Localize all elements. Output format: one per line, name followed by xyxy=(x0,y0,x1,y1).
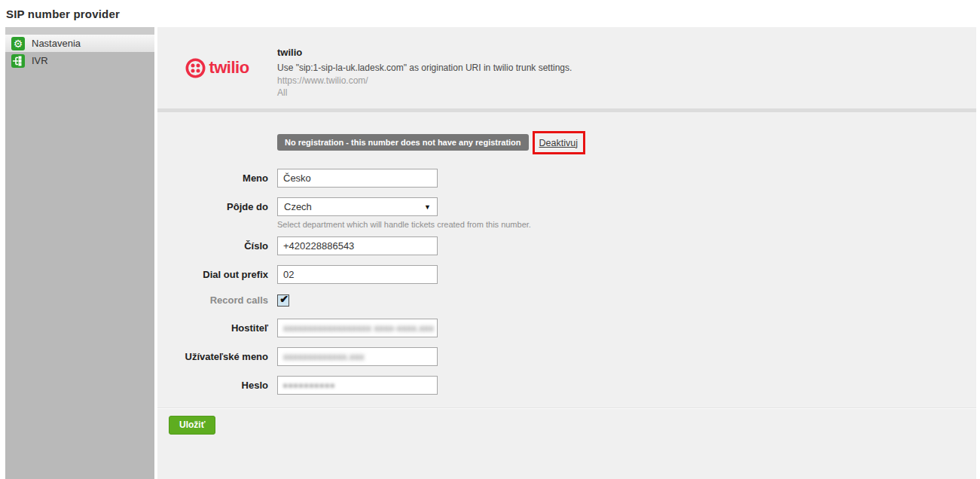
provider-logo-column: twilio xyxy=(157,47,277,99)
deactivate-link[interactable]: Deaktivuj xyxy=(539,138,578,148)
field-label-hostitel: Hostiteľ xyxy=(157,319,277,337)
dial-out-prefix-input[interactable] xyxy=(277,265,438,284)
field-label-meno: Meno xyxy=(157,169,277,188)
chevron-down-icon: ▼ xyxy=(424,203,431,211)
heslo-input[interactable]: ●●●●●●●●●● xyxy=(277,376,438,395)
deactivate-highlight-box: Deaktivuj xyxy=(533,131,585,154)
provider-description: Use "sip:1-sip-la-uk.ladesk.com" as orig… xyxy=(277,62,572,74)
heslo-masked-value: ●●●●●●●●●● xyxy=(283,382,335,389)
provider-header: twilio twilio Use "sip:1-sip-la-uk.lades… xyxy=(157,27,976,99)
field-label-uzivatelske-meno: Užívateľské meno xyxy=(157,347,277,366)
record-calls-checkbox[interactable]: ✔ xyxy=(277,294,289,307)
field-label-cislo: Číslo xyxy=(157,236,277,255)
registration-status-badge: No registration - this number does not h… xyxy=(277,134,529,151)
form-row-record-calls: Record calls ✔ xyxy=(157,294,976,307)
field-label-dial-out-prefix: Dial out prefix xyxy=(157,265,277,284)
hostitel-input[interactable]: xxxxxxxxxxxxxxxxxx xxxx-xxxx.xxx xyxy=(277,319,438,337)
cislo-input[interactable] xyxy=(277,236,438,255)
page-title: SIP number provider xyxy=(6,8,120,20)
form-footer: Uložiť xyxy=(157,407,976,435)
registration-status-row: No registration - this number does not h… xyxy=(277,132,976,153)
provider-name: twilio xyxy=(277,47,572,59)
save-button[interactable]: Uložiť xyxy=(169,416,215,435)
provider-info: twilio Use "sip:1-sip-la-uk.ladesk.com" … xyxy=(277,47,572,99)
form-row-uzivatelske-meno: Užívateľské meno xxxxxxxxxxxxx.xxx xyxy=(157,347,976,366)
form-row-hostitel: Hostiteľ xxxxxxxxxxxxxxxxxx xxxx-xxxx.xx… xyxy=(157,319,976,337)
section-divider xyxy=(157,108,976,112)
form-row-dial-out-prefix: Dial out prefix xyxy=(157,265,976,284)
ivr-tree-icon xyxy=(11,54,25,68)
form-row-meno: Meno xyxy=(157,169,976,188)
form-row-pojde-do: Pôjde do Czech ▼ Select department which… xyxy=(157,197,976,229)
department-select-value: Czech xyxy=(284,201,312,212)
form-row-cislo: Číslo xyxy=(157,236,976,255)
meno-input[interactable] xyxy=(277,169,438,188)
sidebar-item-label: IVR xyxy=(32,55,48,66)
department-select[interactable]: Czech ▼ xyxy=(277,197,438,216)
field-label-pojde-do: Pôjde do xyxy=(157,197,277,229)
sidebar-item-label: Nastavenia xyxy=(32,38,81,49)
provider-availability: All xyxy=(277,87,572,99)
hostitel-masked-value: xxxxxxxxxxxxxxxxxx xxxx-xxxx.xxx xyxy=(283,322,434,334)
sidebar: ⚙ Nastavenia IVR xyxy=(5,27,154,479)
sidebar-item-ivr[interactable]: IVR xyxy=(5,52,154,69)
twilio-logo-mark-icon xyxy=(185,58,206,78)
checkmark-icon: ✔ xyxy=(279,293,289,305)
provider-url: https://www.twilio.com/ xyxy=(277,75,572,87)
twilio-logo: twilio xyxy=(185,57,249,78)
uzivatelske-meno-input[interactable]: xxxxxxxxxxxxx.xxx xyxy=(277,347,438,366)
provider-settings-panel: twilio twilio Use "sip:1-sip-la-uk.lades… xyxy=(157,27,976,479)
department-helper-text: Select department which will handle tick… xyxy=(277,220,531,229)
sip-number-form: Meno Pôjde do Czech ▼ Select department … xyxy=(157,169,976,395)
twilio-wordmark: twilio xyxy=(209,58,249,78)
gear-icon: ⚙ xyxy=(11,37,25,50)
field-label-record-calls: Record calls xyxy=(157,294,277,307)
sidebar-item-nastavenia[interactable]: ⚙ Nastavenia xyxy=(5,35,154,52)
uzivatelske-meno-masked-value: xxxxxxxxxxxxx.xxx xyxy=(283,351,365,362)
field-label-heslo: Heslo xyxy=(157,376,277,395)
form-row-heslo: Heslo ●●●●●●●●●● xyxy=(157,376,976,395)
